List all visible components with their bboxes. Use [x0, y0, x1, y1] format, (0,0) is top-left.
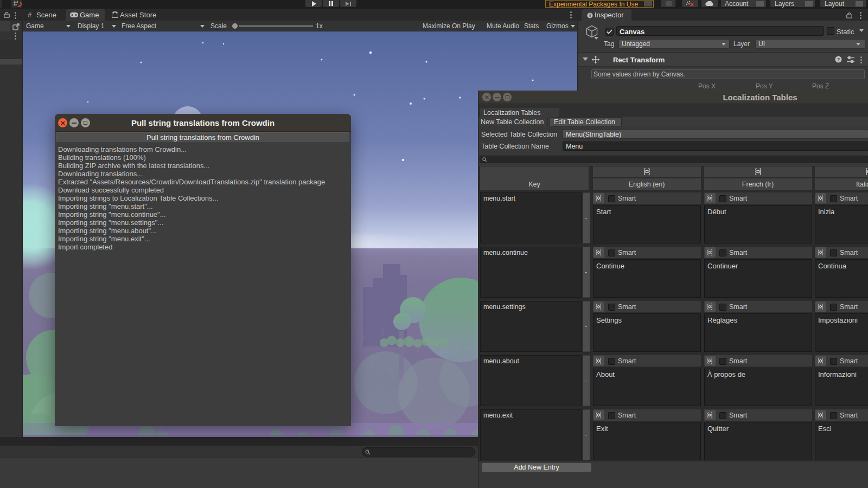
svg-text:?: ? — [837, 57, 840, 62]
